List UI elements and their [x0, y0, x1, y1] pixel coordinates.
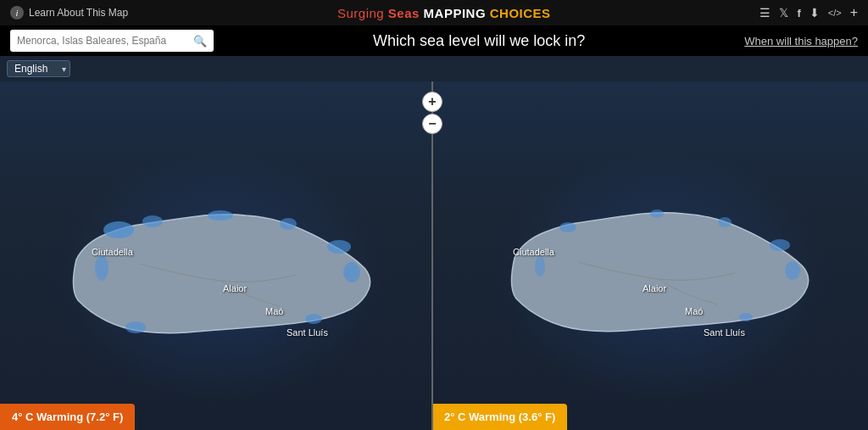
facebook-icon[interactable]: f: [797, 7, 800, 20]
title-seas: Seas: [384, 6, 420, 20]
zoom-in-button[interactable]: +: [422, 92, 442, 112]
download-icon[interactable]: ⬇: [810, 6, 820, 20]
svg-point-2: [208, 210, 233, 221]
map-area: Ciutadella Alaior Maó Sant Lluís + −: [0, 81, 868, 430]
svg-point-10: [650, 209, 664, 218]
language-bar: English Español Français: [0, 56, 868, 81]
language-select[interactable]: English Español Français: [7, 60, 70, 77]
zoom-controls: + −: [422, 92, 442, 134]
svg-point-11: [718, 217, 732, 227]
svg-point-6: [95, 255, 108, 281]
svg-point-8: [305, 314, 322, 324]
title-surging: Surging: [337, 6, 384, 20]
svg-point-3: [280, 218, 297, 230]
svg-point-4: [327, 240, 351, 254]
info-icon: i: [10, 6, 24, 20]
svg-point-15: [739, 313, 753, 321]
zoom-out-button[interactable]: −: [422, 114, 442, 134]
search-input[interactable]: [17, 35, 193, 47]
menu-icon[interactable]: ☰: [760, 6, 771, 20]
info-label: Learn About This Map: [29, 7, 128, 19]
right-warming-badge: 2° C Warming (3.6° F): [432, 404, 567, 430]
nav-icons: ☰ 𝕏 f ⬇ </> +: [760, 5, 858, 20]
when-label[interactable]: When will this happen?: [744, 35, 858, 47]
right-island-svg: [487, 183, 826, 370]
svg-point-1: [142, 215, 163, 227]
svg-point-0: [103, 221, 134, 238]
right-map-panel: Ciutadella Alaior Maó Sant Lluís: [432, 81, 868, 430]
info-link[interactable]: i Learn About This Map: [10, 6, 128, 20]
twitter-icon[interactable]: 𝕏: [779, 6, 788, 20]
svg-point-13: [785, 261, 800, 280]
embed-icon[interactable]: </>: [828, 8, 842, 18]
app-title: Surging Seas MAPPING CHOICES: [337, 6, 551, 20]
svg-point-14: [535, 256, 545, 276]
title-choices: CHOICES: [486, 6, 551, 20]
question-label: Which sea level will we lock in?: [214, 32, 744, 50]
title-mapping: MAPPING: [420, 6, 486, 20]
svg-point-9: [559, 222, 576, 232]
search-wrapper: 🔍: [10, 30, 214, 52]
left-map-panel: Ciutadella Alaior Maó Sant Lluís: [0, 81, 432, 430]
search-bar: 🔍 Which sea level will we lock in? When …: [0, 25, 868, 56]
add-icon[interactable]: +: [850, 5, 858, 20]
top-navbar: i Learn About This Map Surging Seas MAPP…: [0, 0, 868, 25]
left-warming-badge: 4° C Warming (7.2° F): [0, 404, 135, 430]
svg-point-5: [343, 262, 360, 282]
left-island-svg: [51, 183, 390, 378]
svg-point-7: [125, 321, 146, 333]
language-selector-wrapper: English Español Français: [7, 60, 70, 77]
svg-point-12: [770, 239, 790, 251]
search-icon: 🔍: [193, 35, 207, 47]
